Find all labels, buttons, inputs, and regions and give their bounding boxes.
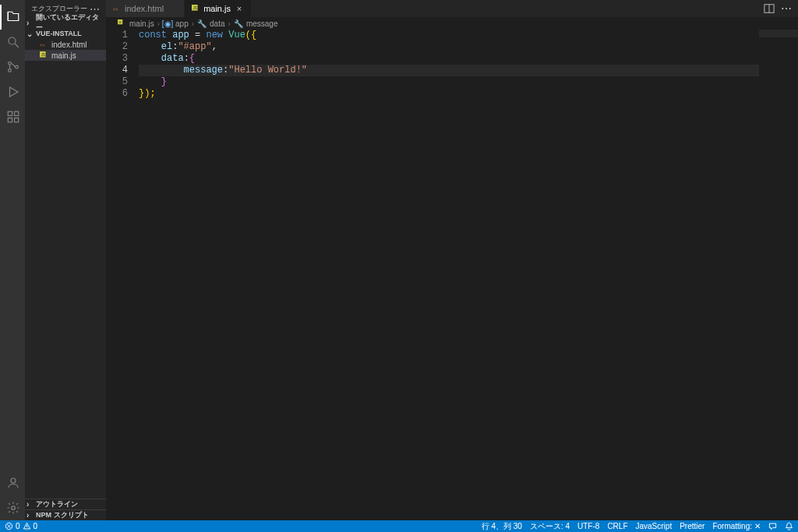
breadcrumb-separator: › <box>228 19 231 28</box>
status-bar: 0 0 行 4、列 30 スペース: 4 UTF-8 CRLF JavaScri… <box>0 520 798 532</box>
chevron-down-icon: ⌄ <box>26 30 34 38</box>
run-debug-icon[interactable] <box>0 79 25 104</box>
svg-rect-7 <box>15 111 19 115</box>
tab-main-js[interactable]: JS main.js × <box>185 0 252 17</box>
status-feedback-icon[interactable] <box>768 522 777 530</box>
chevron-right-icon: › <box>26 500 34 509</box>
breadcrumb-separator: › <box>157 19 160 28</box>
status-bell-icon[interactable] <box>785 522 793 530</box>
x-icon: ✕ <box>754 522 761 530</box>
accounts-icon[interactable] <box>0 470 25 495</box>
svg-text:JS: JS <box>118 21 122 24</box>
svg-rect-8 <box>8 118 12 122</box>
section-folder[interactable]: ⌄ VUE-INSTALL <box>25 28 106 39</box>
minimap[interactable] <box>759 30 798 520</box>
status-prettier[interactable]: Prettier <box>680 522 704 530</box>
file-main-js[interactable]: JS main.js <box>25 50 106 61</box>
code-content[interactable]: const app = new Vue({ el:"#app", data:{ … <box>139 30 759 520</box>
status-language[interactable]: JavaScript <box>636 522 673 530</box>
property-icon: 🔧 <box>234 19 243 28</box>
status-formatting[interactable]: Formatting: ✕ <box>712 522 761 530</box>
html-file-icon: <> <box>39 40 48 49</box>
svg-text:<>: <> <box>40 42 44 47</box>
activity-bar <box>0 0 25 520</box>
explorer-icon[interactable] <box>0 5 25 30</box>
status-eol[interactable]: CRLF <box>607 522 627 530</box>
js-file-icon: JS <box>191 4 200 13</box>
section-outline[interactable]: › アウトライン <box>25 499 106 509</box>
status-cursor-position[interactable]: 行 4、列 30 <box>482 521 522 532</box>
sidebar: エクスプローラー ⋯ › 開いているエディター ⌄ VUE-INSTALL <>… <box>25 0 106 520</box>
svg-rect-6 <box>8 111 12 115</box>
status-indentation[interactable]: スペース: 4 <box>530 521 570 532</box>
svg-text:JS: JS <box>41 53 45 57</box>
status-problems[interactable]: 0 0 <box>5 522 37 530</box>
editor-area: <> index.html × JS main.js × ⋯ JS <box>106 0 798 520</box>
source-control-icon[interactable] <box>0 55 25 79</box>
tab-index-html[interactable]: <> index.html × <box>106 0 185 17</box>
svg-point-11 <box>12 506 16 510</box>
close-icon[interactable]: × <box>234 4 245 13</box>
svg-text:<>: <> <box>113 6 118 11</box>
line-gutter: 1 2 3 4 5 6 <box>106 30 139 520</box>
chevron-right-icon: › <box>26 19 34 27</box>
js-file-icon: JS <box>39 51 48 60</box>
search-icon[interactable] <box>0 30 25 55</box>
tab-bar: <> index.html × JS main.js × ⋯ <box>106 0 798 17</box>
more-actions-icon[interactable]: ⋯ <box>781 2 792 15</box>
code-editor[interactable]: 1 2 3 4 5 6 const app = new Vue({ el:"#a… <box>106 30 798 520</box>
svg-point-4 <box>16 65 19 69</box>
svg-marker-5 <box>10 87 19 97</box>
svg-point-10 <box>11 478 16 483</box>
svg-point-3 <box>9 69 12 72</box>
chevron-right-icon: › <box>26 511 34 520</box>
svg-point-2 <box>9 62 12 65</box>
svg-rect-9 <box>15 118 19 122</box>
breadcrumb-separator: › <box>192 19 194 28</box>
file-tree: <> index.html JS main.js <box>25 39 106 499</box>
section-npm-scripts[interactable]: › NPM スクリプト <box>25 509 106 520</box>
extensions-icon[interactable] <box>0 104 25 129</box>
variable-icon: [◉] <box>163 19 172 28</box>
svg-line-1 <box>15 44 19 48</box>
split-editor-icon[interactable] <box>764 3 775 14</box>
js-file-icon: JS <box>117 19 126 28</box>
html-file-icon: <> <box>112 4 122 13</box>
file-index-html[interactable]: <> index.html <box>25 39 106 50</box>
svg-text:JS: JS <box>192 6 197 10</box>
property-icon: 🔧 <box>197 19 207 28</box>
status-encoding[interactable]: UTF-8 <box>577 522 599 530</box>
breadcrumb[interactable]: JS main.js › [◉] app › 🔧 data › 🔧 messag… <box>106 17 798 30</box>
svg-point-0 <box>9 37 16 44</box>
section-open-editors[interactable]: › 開いているエディター <box>25 17 106 28</box>
settings-gear-icon[interactable] <box>0 495 25 520</box>
